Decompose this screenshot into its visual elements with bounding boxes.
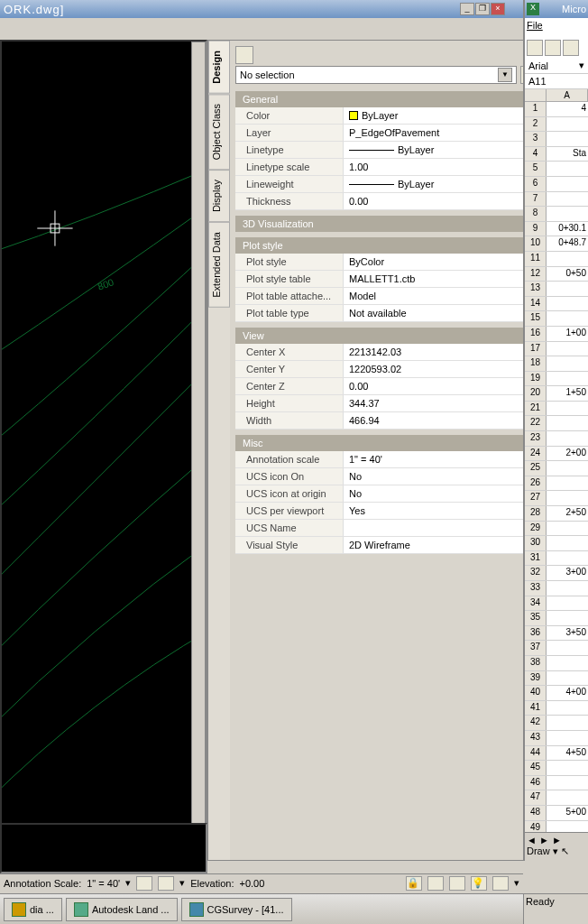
excel-font[interactable]: Arial: [528, 60, 548, 71]
excel-row[interactable]: 21: [525, 402, 588, 417]
excel-row[interactable]: 90+30.1: [525, 222, 588, 237]
excel-row[interactable]: 39: [525, 671, 588, 687]
excel-row[interactable]: 13: [525, 282, 588, 297]
excel-cell[interactable]: [547, 656, 588, 670]
excel-row-header[interactable]: 25: [525, 461, 547, 476]
excel-row-header[interactable]: 34: [525, 596, 547, 611]
excel-cell[interactable]: [547, 641, 588, 655]
excel-row[interactable]: 242+00: [525, 447, 588, 462]
excel-cell[interactable]: 1+00: [547, 327, 588, 341]
excel-row-header[interactable]: 46: [525, 776, 547, 790]
excel-cell[interactable]: [547, 311, 588, 326]
excel-cell[interactable]: [547, 162, 588, 176]
excel-row-header[interactable]: 22: [525, 416, 547, 430]
excel-row[interactable]: 363+50: [525, 626, 588, 642]
excel-row[interactable]: 404+00: [525, 686, 588, 701]
excel-cell[interactable]: [547, 776, 588, 790]
excel-cell[interactable]: [547, 596, 588, 611]
excel-row[interactable]: 120+50: [525, 267, 588, 282]
minimize-button[interactable]: _: [460, 3, 474, 15]
excel-row[interactable]: 42: [525, 716, 588, 731]
status-icon-b[interactable]: [427, 876, 444, 891]
excel-cell[interactable]: [547, 342, 588, 356]
excel-row[interactable]: 33: [525, 581, 588, 596]
excel-cell[interactable]: 4+00: [547, 686, 588, 700]
excel-row[interactable]: 47: [525, 790, 588, 806]
excel-cell[interactable]: [547, 297, 588, 311]
excel-row-header[interactable]: 8: [525, 207, 547, 221]
excel-row-header[interactable]: 47: [525, 790, 547, 805]
excel-cell[interactable]: [547, 207, 588, 221]
excel-row[interactable]: 8: [525, 207, 588, 222]
excel-row-header[interactable]: 21: [525, 402, 547, 416]
excel-cell[interactable]: 0+48.7: [547, 236, 588, 251]
excel-row-header[interactable]: 26: [525, 476, 547, 491]
excel-row[interactable]: 161+00: [525, 327, 588, 342]
excel-row-header[interactable]: 4: [525, 147, 547, 162]
excel-row[interactable]: 7: [525, 192, 588, 208]
excel-row-header[interactable]: 33: [525, 581, 547, 596]
excel-row[interactable]: 38: [525, 656, 588, 671]
excel-row[interactable]: 43: [525, 731, 588, 746]
excel-cell[interactable]: [547, 461, 588, 476]
excel-row-header[interactable]: 28: [525, 506, 547, 521]
excel-new-icon[interactable]: [527, 40, 543, 56]
status-icon-d[interactable]: 💡: [471, 876, 487, 891]
status-icon-a[interactable]: 🔒: [406, 876, 422, 891]
excel-cellref[interactable]: A11: [525, 74, 588, 89]
excel-row-header[interactable]: 18: [525, 356, 547, 371]
excel-cell[interactable]: [547, 551, 588, 566]
excel-cell[interactable]: [547, 252, 588, 266]
excel-cell[interactable]: [547, 372, 588, 386]
excel-row-header[interactable]: 7: [525, 192, 547, 207]
excel-row[interactable]: 26: [525, 476, 588, 492]
excel-cell[interactable]: 2+00: [547, 447, 588, 461]
excel-row-header[interactable]: 41: [525, 701, 547, 716]
excel-row-header[interactable]: 35: [525, 611, 547, 625]
excel-row[interactable]: 18: [525, 356, 588, 372]
excel-row-header[interactable]: 15: [525, 311, 547, 326]
excel-row[interactable]: 444+50: [525, 746, 588, 762]
taskbar-item-1[interactable]: dia ...: [4, 898, 62, 921]
excel-cell[interactable]: [547, 522, 588, 536]
excel-row-header[interactable]: 27: [525, 491, 547, 505]
excel-row-header[interactable]: 16: [525, 327, 547, 341]
excel-row[interactable]: 35: [525, 611, 588, 626]
excel-cell[interactable]: 0+30.1: [547, 222, 588, 236]
excel-row-header[interactable]: 19: [525, 372, 547, 386]
excel-row-header[interactable]: 6: [525, 177, 547, 191]
excel-row[interactable]: 100+48.7: [525, 236, 588, 252]
selection-dropdown[interactable]: No selection ▼: [235, 66, 517, 84]
excel-row-header[interactable]: 29: [525, 522, 547, 536]
excel-row-header[interactable]: 11: [525, 252, 547, 266]
excel-row[interactable]: 5: [525, 162, 588, 177]
excel-row-header[interactable]: 48: [525, 806, 547, 820]
excel-cell[interactable]: [547, 716, 588, 730]
excel-row-header[interactable]: 38: [525, 656, 547, 670]
anno-icon-1[interactable]: [136, 876, 152, 891]
excel-row-header[interactable]: 23: [525, 431, 547, 446]
excel-cell[interactable]: 2+50: [547, 506, 588, 521]
excel-save-icon[interactable]: [563, 40, 579, 56]
excel-row[interactable]: 49: [525, 821, 588, 833]
excel-cell[interactable]: 1+50: [547, 386, 588, 401]
panel-handle-icon[interactable]: [235, 46, 253, 64]
excel-row[interactable]: 25: [525, 461, 588, 476]
excel-cell[interactable]: [547, 671, 588, 686]
excel-row-header[interactable]: 17: [525, 342, 547, 356]
excel-menu-file[interactable]: File: [527, 20, 543, 36]
excel-cell[interactable]: 4: [547, 102, 588, 116]
excel-row-header[interactable]: 49: [525, 821, 547, 833]
excel-row-header[interactable]: 37: [525, 641, 547, 655]
excel-row[interactable]: 3: [525, 132, 588, 147]
excel-cell[interactable]: 5+00: [547, 806, 588, 820]
excel-row[interactable]: 6: [525, 177, 588, 192]
excel-draw-menu[interactable]: Draw: [527, 845, 550, 856]
excel-cell[interactable]: [547, 402, 588, 416]
excel-row-header[interactable]: 2: [525, 117, 547, 132]
excel-row-header[interactable]: 9: [525, 222, 547, 236]
excel-row[interactable]: 323+00: [525, 566, 588, 581]
excel-row-header[interactable]: 39: [525, 671, 547, 686]
excel-row[interactable]: 2: [525, 117, 588, 133]
excel-row-header[interactable]: 12: [525, 267, 547, 282]
